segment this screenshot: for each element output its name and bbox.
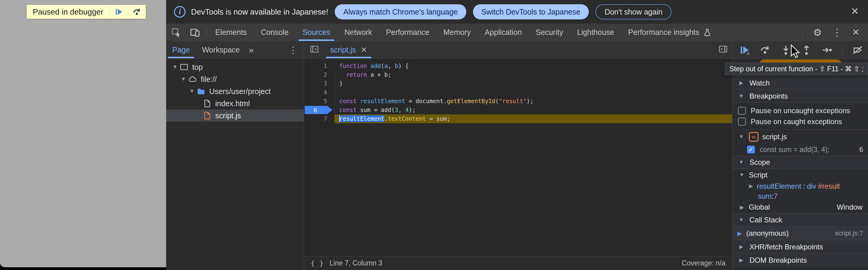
code-line-text[interactable]: return a + b;: [334, 70, 732, 79]
code-row-4[interactable]: 4: [304, 88, 732, 97]
call-stack-frame[interactable]: ▶ (anonymous) script.js:7: [733, 227, 868, 240]
resume-script-button[interactable]: [739, 44, 750, 56]
collapse-navigator-icon[interactable]: [304, 44, 324, 56]
tree-item-label: index.html: [215, 99, 250, 108]
watch-section-header[interactable]: ▶ Watch: [733, 76, 868, 90]
scope-section-header[interactable]: ▼ Scope: [733, 156, 868, 169]
main-tab-network[interactable]: Network: [337, 24, 379, 41]
checkbox-label: Pause on caught exceptions: [751, 117, 842, 126]
navigator-tab-workspace[interactable]: Workspace: [196, 41, 246, 58]
expanded-twisty-icon[interactable]: ▼: [188, 88, 196, 94]
browser-page-background: Paused in debugger: [0, 0, 166, 267]
resume-script-overlay-button[interactable]: [110, 5, 128, 19]
scope-script-group[interactable]: ▼ Script: [733, 169, 868, 181]
main-tab-performance[interactable]: Performance: [379, 24, 436, 41]
tree-item-index-html[interactable]: index.html: [166, 97, 304, 110]
scope-var-resultelement[interactable]: ▶ resultElement: div#result: [733, 181, 868, 191]
toggle-device-toolbar-icon[interactable]: [190, 27, 200, 38]
step-over-button[interactable]: [760, 44, 771, 56]
editor-tab-script-js[interactable]: script.js ✕: [324, 41, 373, 58]
tree-item-label: script.js: [215, 111, 241, 120]
collapse-debugger-sidebar-icon[interactable]: [718, 44, 732, 56]
main-tab-console[interactable]: Console: [254, 24, 296, 41]
line-number[interactable]: 1: [304, 62, 334, 70]
breakpoint-enabled-checkbox[interactable]: ✓: [747, 146, 755, 153]
experiment-flask-icon: [703, 28, 712, 37]
pause-on-caught-checkbox[interactable]: [738, 118, 746, 126]
main-tab-elements[interactable]: Elements: [208, 24, 254, 41]
toolbar-divider: [803, 28, 803, 37]
code-row-1[interactable]: 1function add(a, b) {: [304, 62, 732, 70]
step-button[interactable]: [822, 44, 833, 56]
line-number[interactable]: 3: [304, 79, 334, 88]
line-number[interactable]: 4: [304, 88, 334, 97]
dont-show-again-button[interactable]: Don't show again: [595, 4, 672, 20]
main-tab-performance-insights[interactable]: Performance insights: [621, 24, 718, 41]
collapsed-twisty-icon: ▶: [747, 183, 755, 189]
code-line-text[interactable]: const resultElement = document.getElemen…: [334, 97, 732, 106]
paused-in-debugger-badge: Paused in debugger: [27, 5, 146, 19]
main-tab-lighthouse[interactable]: Lighthouse: [570, 24, 621, 41]
navigator-more-menu-icon[interactable]: ⋮: [289, 44, 304, 55]
code-line-text[interactable]: }: [334, 79, 732, 88]
line-number[interactable]: 7: [304, 114, 334, 123]
line-number[interactable]: 5: [304, 97, 334, 106]
scope-global-group[interactable]: ▶ Global Window: [733, 201, 868, 213]
step-over-overlay-button[interactable]: [128, 5, 146, 19]
settings-gear-icon[interactable]: ⚙: [813, 28, 822, 37]
pause-on-uncaught-row: Pause on uncaught exceptions: [733, 105, 868, 116]
scope-group-label: Global: [749, 203, 770, 211]
breakpoint-code-label: const sum = add(3, 4);: [760, 146, 829, 154]
editor-tabstrip: script.js ✕: [304, 41, 732, 59]
always-match-language-button[interactable]: Always match Chrome's language: [335, 4, 466, 20]
close-tab-icon[interactable]: ✕: [361, 46, 367, 54]
main-tab-sources[interactable]: Sources: [296, 24, 337, 41]
navigator-tab-page[interactable]: Page: [166, 41, 196, 58]
inspect-element-icon[interactable]: [171, 27, 181, 38]
code-row-7[interactable]: 7resultElement.textContent = sum;: [304, 114, 732, 123]
notification-message: DevTools is now available in Japanese!: [191, 7, 328, 17]
tree-item-top[interactable]: ▼ top: [166, 61, 304, 73]
code-row-2[interactable]: 2 return a + b;: [304, 70, 732, 79]
code-editor[interactable]: 1function add(a, b) {2 return a + b;3}45…: [304, 59, 732, 256]
notification-close-icon[interactable]: ✕: [851, 5, 859, 17]
code-line-text[interactable]: resultElement.textContent = sum;: [334, 114, 732, 123]
expanded-twisty-icon[interactable]: ▼: [171, 64, 179, 70]
code-row-5[interactable]: 5const resultElement = document.getEleme…: [304, 97, 732, 106]
pause-on-caught-row: Pause on caught exceptions: [733, 116, 868, 127]
dom-breakpoints-section-header[interactable]: ▶ DOM Breakpoints: [733, 253, 868, 267]
xhr-breakpoints-section-header[interactable]: ▶ XHR/fetch Breakpoints: [733, 240, 868, 253]
code-line-text[interactable]: function add(a, b) {: [334, 62, 732, 70]
pause-on-uncaught-checkbox[interactable]: [738, 107, 746, 115]
checkbox-label: Pause on uncaught exceptions: [751, 107, 850, 115]
expanded-twisty-icon[interactable]: ▼: [180, 76, 187, 82]
more-tabs-chevron-icon[interactable]: »: [246, 45, 257, 55]
pretty-print-icon[interactable]: { }: [311, 260, 324, 267]
code-row-6[interactable]: 6const sum = add(3, 4);: [304, 106, 732, 114]
main-tab-application[interactable]: Application: [478, 24, 529, 41]
tab-label: Performance insights: [628, 28, 700, 37]
call-stack-section-header[interactable]: ▼ Call Stack: [733, 213, 868, 227]
coverage-label: Coverage: n/a: [682, 259, 725, 267]
code-line-text[interactable]: [334, 88, 732, 97]
step-into-button[interactable]: [780, 44, 791, 56]
close-devtools-icon[interactable]: ✕: [852, 28, 860, 37]
breakpoints-section-header[interactable]: ▼ Breakpoints: [733, 90, 868, 103]
section-title: Scope: [749, 158, 770, 167]
tree-item-project-folder[interactable]: ▼ Users/user/project: [166, 85, 304, 97]
breakpoint-entry[interactable]: ✓ const sum = add(3, 4); 6: [733, 144, 868, 156]
main-tab-memory[interactable]: Memory: [436, 24, 477, 41]
frame-name: (anonymous): [746, 229, 788, 238]
deactivate-breakpoints-button[interactable]: [852, 44, 863, 56]
tree-item-file-origin[interactable]: ▼ file://: [166, 73, 304, 85]
breakpoint-marker[interactable]: 6: [304, 106, 334, 114]
main-tab-security[interactable]: Security: [529, 24, 570, 41]
code-line-text[interactable]: const sum = add(3, 4);: [334, 106, 732, 114]
more-options-menu-icon[interactable]: ⋮: [832, 28, 842, 37]
breakpoint-group-script-js[interactable]: ▼ ‹› script.js: [733, 129, 868, 144]
line-number[interactable]: 2: [304, 70, 334, 79]
tree-item-script-js[interactable]: script.js: [166, 110, 304, 122]
step-out-button[interactable]: [801, 44, 812, 56]
code-row-3[interactable]: 3}: [304, 79, 732, 88]
switch-devtools-japanese-button[interactable]: Switch DevTools to Japanese: [473, 4, 589, 20]
